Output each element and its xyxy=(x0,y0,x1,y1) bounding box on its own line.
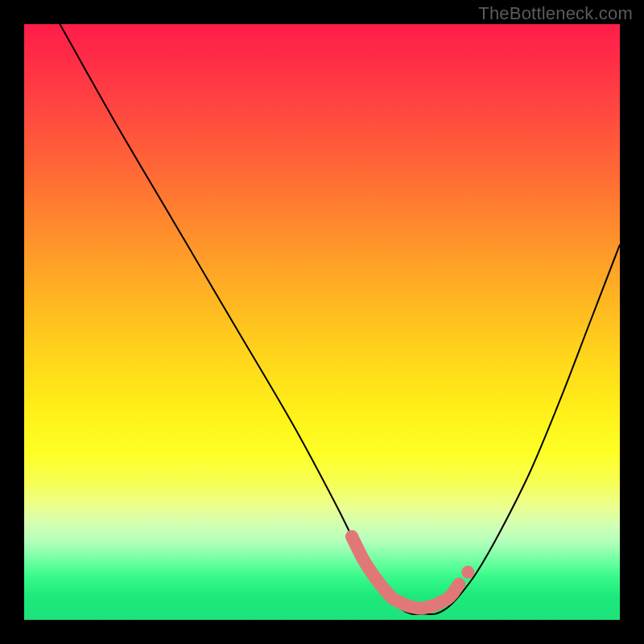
marker-dot xyxy=(461,566,474,579)
marker-path xyxy=(352,536,459,608)
curve-svg xyxy=(24,24,620,620)
attribution-text: TheBottleneck.com xyxy=(478,3,633,24)
bottleneck-curve xyxy=(60,24,620,614)
curve-markers xyxy=(352,536,474,608)
plot-area xyxy=(24,24,620,620)
